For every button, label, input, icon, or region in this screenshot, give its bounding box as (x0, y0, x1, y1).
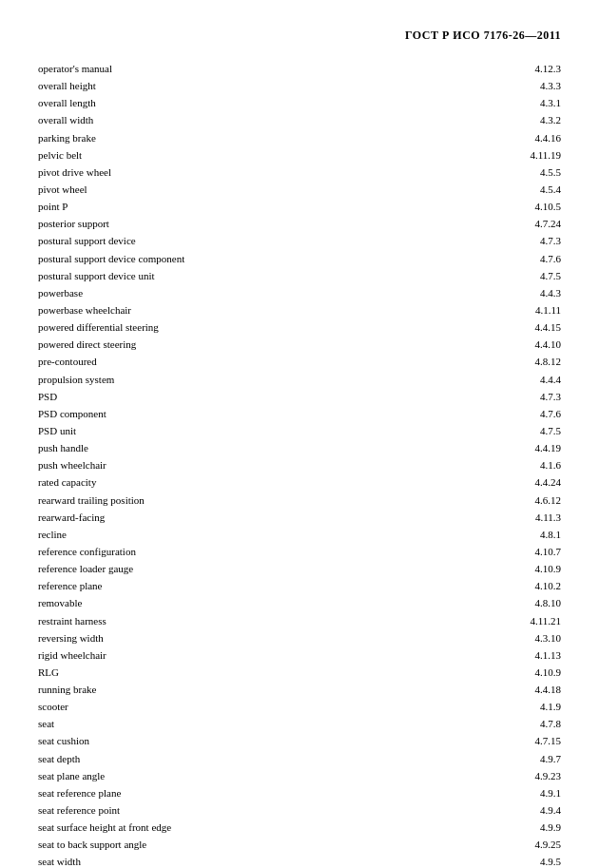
entry-ref: 4.9.23 (513, 767, 561, 784)
list-item: scooter4.1.9 (38, 698, 561, 715)
entry-ref: 4.4.10 (513, 336, 561, 353)
entry-ref: 4.1.11 (513, 301, 561, 318)
entry-term: rearward-facing (38, 509, 105, 526)
entry-dots (106, 468, 513, 469)
entry-term: seat (38, 715, 54, 732)
entry-term: seat surface height at front edge (38, 819, 171, 836)
entry-dots (159, 330, 513, 331)
list-item: posterior support4.7.24 (38, 215, 561, 232)
entry-term: powerbase wheelchair (38, 301, 131, 318)
entry-ref: 4.7.5 (513, 422, 561, 439)
entry-ref: 4.6.12 (513, 492, 561, 509)
list-item: postural support device unit4.7.5 (38, 267, 561, 284)
entry-dots (133, 571, 513, 572)
list-item: overall width4.3.2 (38, 111, 561, 128)
entry-term: pelvic belt (38, 146, 82, 164)
entry-dots (97, 364, 513, 365)
list-item: pre-contoured4.8.12 (38, 353, 561, 370)
entry-dots (87, 192, 513, 193)
list-item: PSD unit4.7.5 (38, 422, 561, 439)
list-item: removable4.8.10 (38, 594, 561, 611)
entry-ref: 4.7.24 (513, 215, 561, 232)
entry-term: seat reference plane (38, 784, 121, 801)
entry-term: rigid wheelchair (38, 646, 106, 664)
entry-ref: 4.7.3 (513, 232, 561, 249)
list-item: push handle4.4.19 (38, 439, 561, 456)
entry-dots (105, 520, 513, 521)
entry-ref: 4.1.9 (513, 698, 561, 715)
list-item: pivot drive wheel4.5.5 (38, 164, 561, 181)
entry-term: restraint harness (38, 612, 106, 629)
entry-ref: 4.8.1 (513, 526, 561, 543)
entry-dots (59, 675, 513, 676)
entry-term: parking brake (38, 129, 96, 146)
list-item: powered differential steering4.4.15 (38, 318, 561, 336)
entry-dots (82, 606, 513, 607)
entry-ref: 4.10.9 (513, 560, 561, 577)
entry-ref: 4.7.5 (513, 267, 561, 284)
list-item: reversing width4.3.10 (38, 629, 561, 646)
entry-dots (54, 726, 513, 727)
entry-ref: 4.5.5 (513, 164, 561, 181)
entry-dots (111, 175, 513, 176)
entry-term: reference loader gauge (38, 560, 133, 577)
list-item: push wheelchair4.1.6 (38, 456, 561, 473)
entry-term: postural support device unit (38, 267, 155, 284)
list-item: powered direct steering4.4.10 (38, 336, 561, 353)
entry-dots (120, 813, 513, 814)
entry-dots (96, 88, 513, 89)
list-item: reference loader gauge4.10.9 (38, 560, 561, 577)
entry-term: reference plane (38, 577, 102, 594)
entry-ref: 4.10.9 (513, 664, 561, 681)
entry-term: reference configuration (38, 543, 136, 560)
entry-term: operator's manual (38, 60, 112, 77)
page-header: ГОСТ Р ИСО 7176-26—2011 (38, 29, 561, 43)
entry-dots (89, 743, 513, 744)
list-item: powerbase4.4.3 (38, 284, 561, 301)
entry-dots (68, 709, 513, 710)
entry-dots (96, 141, 513, 142)
entry-dots (131, 313, 513, 314)
entry-dots (96, 106, 513, 106)
list-item: PSD4.7.3 (38, 388, 561, 405)
entry-term: recline (38, 526, 67, 543)
list-item: postural support device4.7.3 (38, 232, 561, 249)
entry-dots (80, 762, 513, 762)
entry-ref: 4.9.4 (513, 801, 561, 819)
entry-ref: 4.7.6 (513, 405, 561, 422)
list-item: seat depth4.9.7 (38, 750, 561, 767)
list-item: rearward trailing position4.6.12 (38, 492, 561, 509)
entry-term: push wheelchair (38, 456, 106, 473)
index-content: operator's manual4.12.3overall height4.3… (38, 60, 561, 868)
entry-term: seat depth (38, 750, 80, 767)
list-item: rigid wheelchair4.1.13 (38, 646, 561, 664)
list-item: seat surface height at front edge4.9.9 (38, 819, 561, 836)
entry-term: point P (38, 198, 68, 215)
entry-term: overall length (38, 94, 96, 111)
entry-term: pivot drive wheel (38, 164, 111, 181)
list-item: seat width4.9.5 (38, 853, 561, 868)
entry-dots (102, 588, 513, 589)
entry-dots (109, 226, 513, 227)
entry-ref: 4.8.10 (513, 594, 561, 611)
entry-term: rearward trailing position (38, 492, 145, 509)
entry-dots (82, 158, 513, 159)
entry-ref: 4.9.9 (513, 819, 561, 836)
entry-dots (145, 503, 513, 504)
entry-ref: 4.7.15 (513, 732, 561, 749)
entry-dots (171, 830, 513, 831)
list-item: pelvic belt4.11.19 (38, 146, 561, 164)
entry-dots (114, 382, 513, 383)
list-item: restraint harness4.11.21 (38, 612, 561, 629)
list-item: seat reference plane4.9.1 (38, 784, 561, 801)
entry-ref: 4.1.6 (513, 456, 561, 473)
list-item: seat to back support angle4.9.25 (38, 836, 561, 853)
list-item: postural support device component4.7.6 (38, 250, 561, 267)
entry-ref: 4.10.7 (513, 543, 561, 560)
entry-dots (136, 347, 513, 348)
list-item: seat cushion4.7.15 (38, 732, 561, 749)
entry-dots (81, 864, 513, 865)
entry-term: seat to back support angle (38, 836, 146, 853)
document-title: ГОСТ Р ИСО 7176-26—2011 (405, 29, 561, 43)
entry-dots (68, 209, 513, 210)
